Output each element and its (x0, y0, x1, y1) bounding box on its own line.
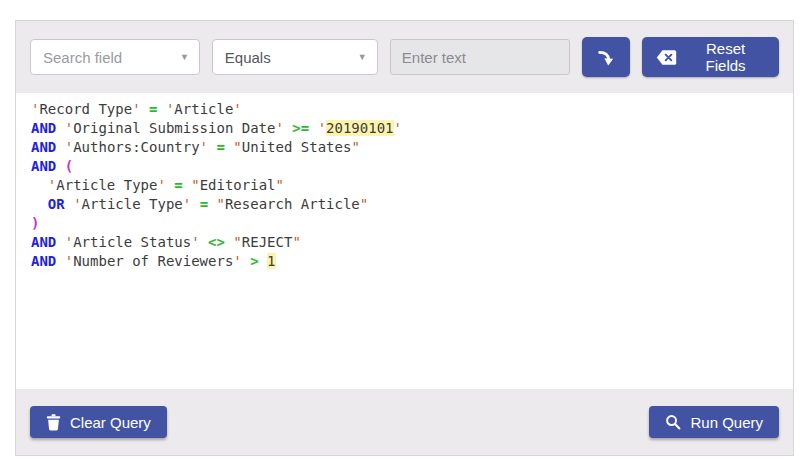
curved-down-arrow-icon (595, 46, 617, 68)
insert-criteria-button[interactable] (582, 37, 630, 77)
query-line: AND 'Number of Reviewers' > 1 (31, 252, 778, 271)
query-line: ) (31, 214, 778, 233)
clear-query-label: Clear Query (70, 414, 151, 431)
reset-fields-label: Reset Fields (686, 40, 765, 74)
run-query-button[interactable]: Run Query (649, 406, 779, 438)
query-line: AND 'Authors:Country' = "United States" (31, 138, 778, 157)
chevron-down-icon: ▼ (180, 52, 189, 62)
trash-icon (46, 414, 61, 431)
magnifier-icon (665, 414, 681, 430)
operator-select[interactable]: Equals ▼ (212, 39, 378, 75)
clear-query-button[interactable]: Clear Query (30, 406, 167, 438)
query-line: 'Record Type' = 'Article' (31, 100, 778, 119)
toolbar: Search field ▼ Equals ▼ Reset Fie (16, 21, 793, 93)
reset-fields-button[interactable]: Reset Fields (642, 37, 779, 77)
footer: Clear Query Run Query (16, 389, 793, 455)
field-select-value: Search field (43, 49, 122, 66)
value-input[interactable] (390, 39, 570, 75)
query-line: OR 'Article Type' = "Research Article" (31, 195, 778, 214)
query-builder-panel: Search field ▼ Equals ▼ Reset Fie (15, 20, 794, 456)
query-line: AND 'Article Status' <> "REJECT" (31, 233, 778, 252)
field-select[interactable]: Search field ▼ (30, 39, 200, 75)
backspace-icon (656, 49, 677, 66)
query-editor[interactable]: 'Record Type' = 'Article'AND 'Original S… (16, 93, 793, 389)
query-line: AND 'Original Submission Date' >= '20190… (31, 119, 778, 138)
run-query-label: Run Query (690, 414, 763, 431)
query-line: AND ( (31, 157, 778, 176)
chevron-down-icon: ▼ (358, 52, 367, 62)
query-line: 'Article Type' = "Editorial" (31, 176, 778, 195)
operator-select-value: Equals (225, 49, 271, 66)
